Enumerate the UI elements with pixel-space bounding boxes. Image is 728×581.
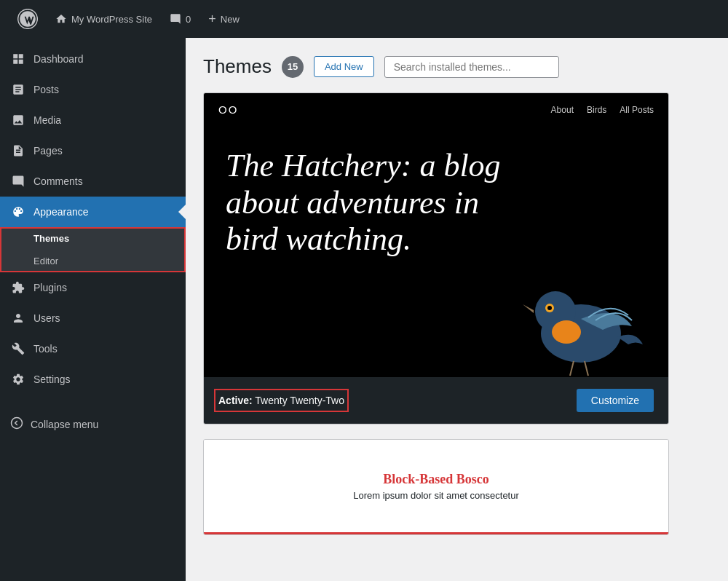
sidebar-item-settings[interactable]: Settings <box>0 364 186 395</box>
themes-count-badge: 15 <box>282 56 304 78</box>
theme-footer-bar: Active: Twenty Twenty-Two Customize <box>204 377 668 424</box>
sidebar-item-posts[interactable]: Posts <box>0 74 186 105</box>
appearance-submenu-arrow <box>178 205 186 219</box>
settings-icon <box>10 371 26 387</box>
second-theme-description: Lorem ipsum dolor sit amet consectetur <box>353 490 519 501</box>
theme-nav-link-allposts: All Posts <box>620 105 654 115</box>
svg-line-8 <box>570 361 574 376</box>
svg-line-9 <box>585 361 588 376</box>
sidebar-item-comments[interactable]: Comments <box>0 166 186 197</box>
themes-header: Themes 15 Add New <box>203 55 711 78</box>
plugins-icon <box>10 280 26 296</box>
submenu-editor-label: Editor <box>33 256 58 266</box>
users-icon <box>10 310 26 326</box>
appearance-submenu: Themes Editor <box>0 227 186 272</box>
sidebar-label-appearance: Appearance <box>33 206 89 218</box>
svg-point-5 <box>547 306 552 310</box>
theme-preview: OO About Birds All Posts The Hatchery: a… <box>204 93 668 377</box>
second-theme-name: Block-Based Bosco <box>383 472 489 487</box>
theme-nav-link-birds: Birds <box>587 105 606 115</box>
comments-sidebar-icon <box>10 173 26 189</box>
new-content-item[interactable]: + New <box>199 0 248 38</box>
admin-bar: My WordPress Site 0 + New <box>0 0 728 38</box>
page-title: Themes <box>203 55 272 78</box>
sidebar-label-dashboard: Dashboard <box>33 53 84 65</box>
sidebar-label-posts: Posts <box>33 84 59 95</box>
new-label: New <box>221 14 240 25</box>
submenu-themes-label: Themes <box>33 233 69 244</box>
active-theme-label: Active: Twenty Twenty-Two <box>218 393 344 408</box>
media-icon <box>10 112 26 128</box>
bird-illustration <box>515 261 646 377</box>
theme-nav: OO About Birds All Posts <box>204 93 668 126</box>
comments-item[interactable]: 0 <box>161 0 199 38</box>
svg-marker-6 <box>523 304 534 313</box>
active-theme-card: OO About Birds All Posts The Hatchery: a… <box>203 92 669 424</box>
collapse-menu-item[interactable]: Collapse menu <box>0 409 186 439</box>
svg-point-7 <box>552 320 581 344</box>
theme-nav-link-about: About <box>551 105 574 115</box>
second-theme-preview: Block-Based Bosco Lorem ipsum dolor sit … <box>204 440 668 534</box>
sidebar-item-media[interactable]: Media <box>0 105 186 135</box>
svg-point-1 <box>12 418 23 429</box>
search-input[interactable] <box>384 56 559 78</box>
sidebar-label-settings: Settings <box>33 374 71 385</box>
site-name-item[interactable]: My WordPress Site <box>47 0 161 38</box>
sidebar-label-media: Media <box>33 114 61 126</box>
sidebar-item-users[interactable]: Users <box>0 303 186 333</box>
sidebar-item-plugins[interactable]: Plugins <box>0 272 186 303</box>
dashboard-icon <box>10 51 26 67</box>
submenu-item-editor[interactable]: Editor <box>0 250 186 272</box>
sidebar-label-pages: Pages <box>33 145 63 157</box>
admin-sidebar: Dashboard Posts Media Pages <box>0 38 186 581</box>
sidebar-item-pages[interactable]: Pages <box>0 135 186 166</box>
submenu-item-themes[interactable]: Themes <box>0 227 186 250</box>
appearance-icon <box>10 204 26 220</box>
customize-button[interactable]: Customize <box>577 389 654 412</box>
theme-nav-links: About Birds All Posts <box>551 105 654 115</box>
site-name-label: My WordPress Site <box>71 14 152 25</box>
add-new-button[interactable]: Add New <box>314 56 374 77</box>
pages-icon <box>10 143 26 159</box>
sidebar-label-plugins: Plugins <box>33 282 67 293</box>
sidebar-label-comments: Comments <box>33 175 83 187</box>
wp-logo[interactable] <box>9 0 47 38</box>
theme-logo: OO <box>218 103 238 116</box>
collapse-label: Collapse menu <box>31 419 98 430</box>
theme-heading: The Hatchery: a blogabout adventures inb… <box>226 148 646 258</box>
tools-icon <box>10 341 26 357</box>
sidebar-label-tools: Tools <box>33 343 58 355</box>
collapse-icon <box>10 416 23 432</box>
sidebar-item-tools[interactable]: Tools <box>0 333 186 364</box>
sidebar-item-appearance[interactable]: Appearance <box>0 197 186 227</box>
comments-count: 0 <box>186 14 191 25</box>
sidebar-label-users: Users <box>33 312 60 324</box>
posts-icon <box>10 82 26 98</box>
theme-main-text: The Hatchery: a blogabout adventures inb… <box>204 126 668 258</box>
second-theme-card: Block-Based Bosco Lorem ipsum dolor sit … <box>203 439 669 535</box>
sidebar-item-dashboard[interactable]: Dashboard <box>0 44 186 74</box>
main-content: Themes 15 Add New OO About Birds All Pos… <box>186 38 728 581</box>
